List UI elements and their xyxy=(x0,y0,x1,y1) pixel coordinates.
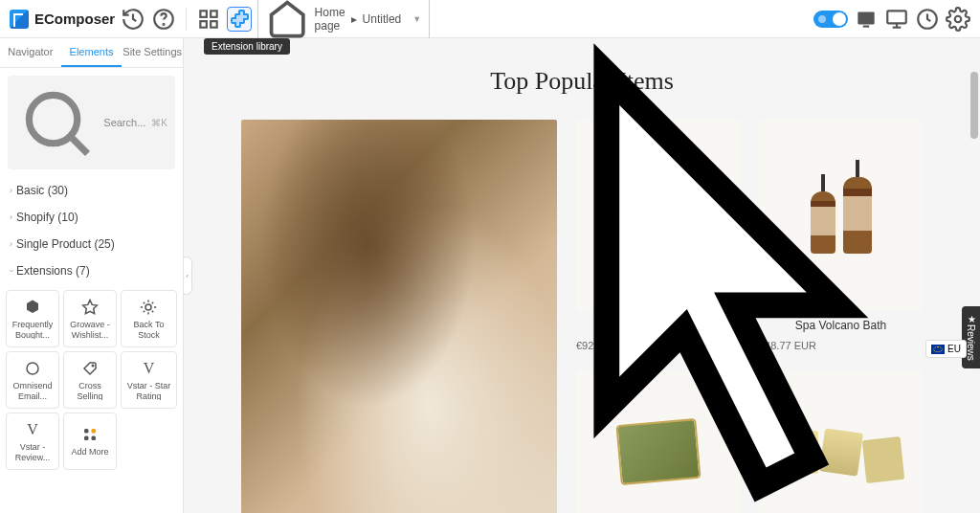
svg-rect-8 xyxy=(887,11,906,23)
product-image xyxy=(576,120,740,311)
history2-icon[interactable] xyxy=(915,7,940,32)
svg-point-25 xyxy=(27,363,38,374)
product-image xyxy=(759,370,923,513)
sidebar-tabs: Navigator Elements Site Settings xyxy=(0,38,183,68)
logo: EComposer xyxy=(10,10,115,29)
svg-point-16 xyxy=(145,304,151,310)
circle-icon xyxy=(24,360,41,377)
star-icon xyxy=(81,299,99,316)
brand-name: EComposer xyxy=(34,11,115,27)
ext-back-to-stock[interactable]: Back To Stock Notifications xyxy=(121,290,177,347)
eu-flag-icon xyxy=(931,345,945,354)
svg-rect-28 xyxy=(91,429,96,434)
product-card-3[interactable] xyxy=(576,370,740,513)
svg-line-22 xyxy=(152,311,154,313)
svg-point-1 xyxy=(164,23,165,24)
preview-toggle[interactable] xyxy=(813,11,848,28)
svg-marker-15 xyxy=(82,301,97,314)
ext-vstar-review[interactable]: VVstar - Review... xyxy=(6,413,59,470)
svg-point-26 xyxy=(92,366,94,368)
collapse-handle[interactable]: ‹ xyxy=(184,256,192,295)
category-single-product[interactable]: ›Single Product (25) xyxy=(0,231,183,257)
chevron-down-icon: ▼ xyxy=(412,14,421,24)
category-extensions[interactable]: ›Extensions (7) xyxy=(0,257,183,284)
ext-vstar-rating[interactable]: VVstar - Star Rating xyxy=(121,351,177,409)
search-icon xyxy=(15,81,98,164)
tab-navigator[interactable]: Navigator xyxy=(0,38,61,67)
svg-point-13 xyxy=(29,95,77,143)
tab-elements[interactable]: Elements xyxy=(61,38,122,67)
cube-icon xyxy=(24,299,41,316)
topbar: EComposer Home page ▸ Untitled ▼ xyxy=(0,0,980,38)
extensions-grid: Frequently Bought... Growave - Wishlist.… xyxy=(0,284,183,476)
svg-rect-4 xyxy=(201,21,208,27)
tab-site-settings[interactable]: Site Settings xyxy=(122,38,183,67)
svg-line-21 xyxy=(144,302,145,304)
svg-line-23 xyxy=(152,302,154,304)
product-image xyxy=(759,120,923,311)
category-shopify[interactable]: ›Shopify (10) xyxy=(0,204,183,231)
settings-icon[interactable] xyxy=(946,7,970,32)
search-placeholder: Search... xyxy=(103,117,145,128)
product-card-4[interactable] xyxy=(759,370,923,513)
grid-add-icon xyxy=(81,426,99,443)
search-input[interactable]: Search... ⌘K xyxy=(8,76,175,169)
separator xyxy=(186,8,187,31)
desktop-icon[interactable] xyxy=(884,7,909,32)
product-image xyxy=(576,370,740,513)
chevron-right-icon: › xyxy=(10,186,12,195)
ext-cross-selling[interactable]: Cross Selling Product xyxy=(63,351,117,409)
sidebar: Navigator Elements Site Settings Search.… xyxy=(0,38,184,513)
category-basic[interactable]: ›Basic (30) xyxy=(0,177,183,204)
chevron-down-icon: › xyxy=(7,270,16,273)
product-name: Spa Volcano Bath xyxy=(759,319,923,332)
product-price: €48.77 EUR xyxy=(759,340,923,351)
grid-view-icon[interactable] xyxy=(196,7,221,32)
help-icon[interactable] xyxy=(151,7,176,32)
page-title: Top Popular Items xyxy=(241,67,923,96)
canvas[interactable]: ‹ Top Popular Items Juniper Body Wash €9… xyxy=(184,38,980,513)
breadcrumb-title: Untitled xyxy=(363,12,402,26)
ext-frequently-bought[interactable]: Frequently Bought... xyxy=(6,290,59,347)
product-name: Juniper Body Wash xyxy=(576,319,740,332)
svg-rect-5 xyxy=(211,21,217,27)
svg-point-12 xyxy=(955,15,962,22)
display-icon[interactable] xyxy=(854,7,879,32)
ext-growave[interactable]: Growave - Wishlist... xyxy=(63,290,117,347)
svg-rect-27 xyxy=(84,429,89,434)
tag-icon xyxy=(81,360,99,377)
svg-line-24 xyxy=(144,311,145,313)
breadcrumb-sep: ▸ xyxy=(351,12,357,26)
sun-icon xyxy=(140,299,157,316)
search-hotkey: ⌘K xyxy=(151,118,167,128)
history-icon[interactable] xyxy=(121,7,145,32)
logo-mark-icon xyxy=(10,10,29,29)
product-card-2[interactable]: Spa Volcano Bath €48.77 EUR xyxy=(759,120,923,351)
v-icon: V xyxy=(24,421,41,438)
svg-rect-2 xyxy=(201,11,208,16)
product-price: €92.40 EUR xyxy=(576,340,740,351)
currency-badge[interactable]: EU xyxy=(925,340,967,358)
svg-rect-6 xyxy=(858,11,874,24)
hero-image[interactable] xyxy=(241,120,557,513)
breadcrumb-home: Home page xyxy=(315,6,345,33)
v-icon: V xyxy=(140,360,157,377)
scrollbar[interactable] xyxy=(969,38,978,513)
extension-library-button[interactable] xyxy=(227,7,252,32)
breadcrumb[interactable]: Home page ▸ Untitled ▼ xyxy=(257,0,430,44)
product-card-1[interactable]: Juniper Body Wash €92.40 EUR xyxy=(576,120,740,351)
ext-omnisend[interactable]: Omnisend Email... xyxy=(6,351,59,409)
svg-rect-29 xyxy=(84,435,89,440)
svg-rect-3 xyxy=(211,11,217,16)
chevron-right-icon: › xyxy=(10,239,12,249)
svg-rect-30 xyxy=(91,435,96,440)
ext-add-more[interactable]: Add More xyxy=(63,413,117,470)
page-content: Top Popular Items Juniper Body Wash €92.… xyxy=(184,38,980,513)
svg-rect-7 xyxy=(863,25,870,27)
svg-line-14 xyxy=(71,137,88,154)
tooltip: Extension library xyxy=(204,38,290,55)
chevron-right-icon: › xyxy=(10,212,12,222)
